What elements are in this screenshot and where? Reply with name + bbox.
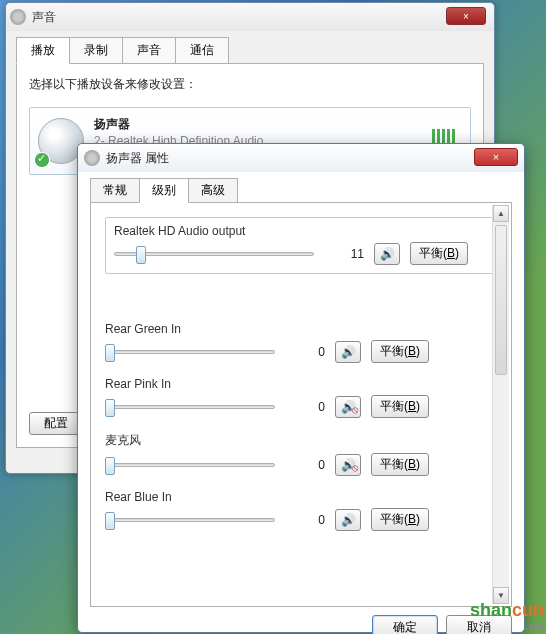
cancel-button[interactable]: 取消 [446, 615, 512, 634]
vertical-scrollbar[interactable]: ▲ ▼ [492, 205, 509, 604]
control-label: Realtek HD Audio output [114, 224, 488, 238]
tab-advanced[interactable]: 高级 [188, 178, 238, 203]
close-icon: × [493, 151, 499, 163]
close-button[interactable]: × [474, 148, 518, 166]
volume-value: 0 [285, 400, 325, 414]
speaker-properties-window: 扬声器 属性 × 常规 级别 高级 Realtek HD Audio outpu… [77, 143, 525, 633]
mute-button[interactable]: 🔊 [374, 243, 400, 265]
tab-communications[interactable]: 通信 [175, 37, 229, 64]
control-label: 麦克风 [105, 432, 497, 449]
balance-button[interactable]: 平衡(B) [410, 242, 468, 265]
properties-window-icon [84, 150, 100, 166]
default-check-icon [34, 152, 50, 168]
tab-levels[interactable]: 级别 [139, 178, 189, 203]
speaker-icon: 🔊 [341, 345, 356, 359]
control-main-output: Realtek HD Audio output 11 🔊 平衡(B) [105, 217, 497, 274]
mute-button[interactable]: 🔊 [335, 341, 361, 363]
speaker-icon: 🔊 [341, 513, 356, 527]
properties-tabs: 常规 级别 高级 [90, 178, 512, 203]
control-row: 11 🔊 平衡(B) [114, 242, 488, 265]
mute-button[interactable]: 🔊⦸ [335, 396, 361, 418]
sound-window-title: 声音 [32, 9, 56, 26]
control-label: Rear Pink In [105, 377, 497, 391]
control-microphone: 麦克风 0 🔊⦸ 平衡(B) [105, 432, 497, 476]
control-label: Rear Green In [105, 322, 497, 336]
muted-icon: ⦸ [352, 404, 358, 416]
properties-window-title: 扬声器 属性 [106, 150, 169, 167]
levels-panel: Realtek HD Audio output 11 🔊 平衡(B) Rear … [90, 202, 512, 607]
close-button[interactable]: × [446, 7, 486, 25]
sound-titlebar[interactable]: 声音 × [6, 3, 494, 31]
properties-titlebar[interactable]: 扬声器 属性 × [78, 144, 524, 172]
volume-value: 0 [285, 345, 325, 359]
control-rear-blue: Rear Blue In 0 🔊 平衡(B) [105, 490, 497, 531]
volume-slider[interactable] [105, 397, 275, 417]
balance-button[interactable]: 平衡(B) [371, 395, 429, 418]
configure-row: 配置 [29, 412, 83, 435]
volume-slider[interactable] [105, 342, 275, 362]
close-icon: × [463, 11, 469, 22]
mute-button[interactable]: 🔊⦸ [335, 454, 361, 476]
configure-button[interactable]: 配置 [29, 412, 83, 435]
tab-sounds[interactable]: 声音 [122, 37, 176, 64]
control-label: Rear Blue In [105, 490, 497, 504]
volume-value: 11 [324, 247, 364, 261]
dialog-buttons: 确定 取消 [78, 615, 524, 634]
sound-window-icon [10, 9, 26, 25]
muted-icon: ⦸ [352, 462, 358, 474]
device-name: 扬声器 [94, 116, 422, 133]
instruction-text: 选择以下播放设备来修改设置： [29, 76, 471, 93]
volume-value: 0 [285, 458, 325, 472]
tab-playback[interactable]: 播放 [16, 37, 70, 64]
sound-tabs: 播放 录制 声音 通信 [16, 37, 484, 64]
control-rear-green: Rear Green In 0 🔊 平衡(B) [105, 322, 497, 363]
balance-button[interactable]: 平衡(B) [371, 453, 429, 476]
volume-value: 0 [285, 513, 325, 527]
volume-slider[interactable] [105, 510, 275, 530]
volume-slider[interactable] [105, 455, 275, 475]
mute-button[interactable]: 🔊 [335, 509, 361, 531]
control-rear-pink: Rear Pink In 0 🔊⦸ 平衡(B) [105, 377, 497, 418]
tab-general[interactable]: 常规 [90, 178, 140, 203]
scroll-down-icon[interactable]: ▼ [493, 587, 509, 604]
scroll-thumb[interactable] [495, 225, 507, 375]
balance-button[interactable]: 平衡(B) [371, 340, 429, 363]
volume-slider[interactable] [114, 244, 314, 264]
ok-button[interactable]: 确定 [372, 615, 438, 634]
tab-recording[interactable]: 录制 [69, 37, 123, 64]
scroll-up-icon[interactable]: ▲ [493, 205, 509, 222]
balance-button[interactable]: 平衡(B) [371, 508, 429, 531]
speaker-icon: 🔊 [380, 247, 395, 261]
